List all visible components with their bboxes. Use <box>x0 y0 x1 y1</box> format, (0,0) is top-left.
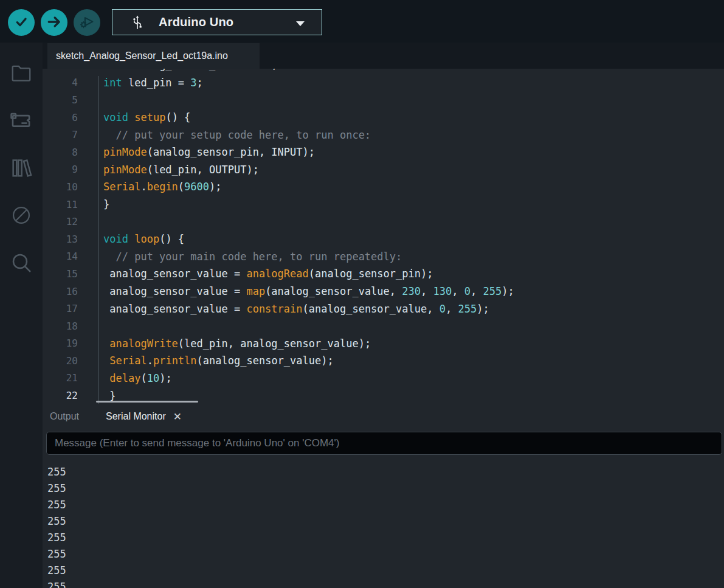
code-text: analog_sensor_value = map(analog_sensor_… <box>78 285 514 297</box>
indent-guide <box>98 76 99 404</box>
arduino-ide-window: Arduino Uno <box>0 0 724 588</box>
code-line[interactable]: 4int led_pin = 3; <box>43 74 724 92</box>
serial-output-line: 255 <box>47 513 724 530</box>
code-line[interactable]: 15 analog_sensor_value = analogRead(anal… <box>43 265 724 283</box>
tab-serial-monitor[interactable]: Serial Monitor ✕ <box>106 411 182 422</box>
debug-play-icon <box>78 13 96 33</box>
close-icon[interactable]: ✕ <box>173 412 182 422</box>
code-line[interactable]: 21 delay(10); <box>43 370 724 387</box>
sidebar-item-sketchbook[interactable] <box>0 50 43 97</box>
line-number[interactable]: 18 <box>43 320 78 332</box>
serial-output-line: 255 <box>47 464 724 480</box>
code-text: int led_pin = 3; <box>78 77 203 89</box>
tab-label: sketch_Analog_Sensor_Led_oct19a.ino <box>56 50 228 61</box>
code-lines: 3int analog_sensor_value = 0;4int led_pi… <box>43 69 724 404</box>
code-line[interactable]: 16 analog_sensor_value = map(analog_sens… <box>43 283 724 300</box>
code-text: Serial.println(analog_sensor_value); <box>78 355 334 367</box>
serial-output-line: 255 <box>47 579 724 588</box>
code-text: // put your main code here, to run repea… <box>78 251 402 263</box>
line-number[interactable]: 6 <box>43 112 78 123</box>
code-line[interactable]: 18 <box>43 317 724 335</box>
code-line[interactable]: 9pinMode(led_pin, OUTPUT); <box>43 161 724 179</box>
line-number[interactable]: 5 <box>43 94 78 106</box>
line-number[interactable]: 7 <box>43 129 78 140</box>
line-number[interactable]: 4 <box>43 77 78 88</box>
panel-tab-bar: Output Serial Monitor ✕ <box>43 404 182 429</box>
code-text: pinMode(analog_sensor_pin, INPUT); <box>78 146 315 158</box>
tab-serial-monitor-label: Serial Monitor <box>106 411 166 422</box>
code-text: // put your setup code here, to run once… <box>78 129 371 141</box>
toolbar: Arduino Uno <box>0 0 724 43</box>
code-line[interactable]: 14 // put your main code here, to run re… <box>43 248 724 266</box>
search-icon <box>9 251 33 277</box>
code-text: void setup() { <box>78 111 190 123</box>
line-number[interactable]: 16 <box>43 286 78 297</box>
sidebar-item-library-manager[interactable] <box>0 145 43 192</box>
code-line[interactable]: 7 // put your setup code here, to run on… <box>43 126 724 144</box>
serial-output[interactable]: 255255255255255255255255 <box>43 460 724 588</box>
debug-button[interactable] <box>74 9 100 36</box>
board-selector[interactable]: Arduino Uno <box>112 9 322 35</box>
sidebar-item-search[interactable] <box>0 240 43 287</box>
code-text: analog_sensor_value = analogRead(analog_… <box>78 268 433 280</box>
serial-output-line: 255 <box>47 546 724 562</box>
horizontal-scrollbar[interactable] <box>96 401 198 403</box>
check-icon <box>13 13 30 32</box>
code-text: delay(10); <box>78 372 172 384</box>
tab-output-label: Output <box>50 411 79 422</box>
verify-button[interactable] <box>8 9 35 36</box>
code-line[interactable]: 8pinMode(analog_sensor_pin, INPUT); <box>43 144 724 161</box>
code-text: analog_sensor_value = constrain(analog_s… <box>78 303 489 315</box>
line-number[interactable]: 8 <box>43 147 78 158</box>
tab-sketch[interactable]: sketch_Analog_Sensor_Led_oct19a.ino <box>47 43 260 69</box>
serial-output-line: 255 <box>47 497 724 513</box>
code-text: Serial.begin(9600); <box>78 181 222 193</box>
line-number[interactable]: 10 <box>43 181 78 193</box>
line-number[interactable]: 21 <box>43 372 78 384</box>
line-number[interactable]: 14 <box>43 251 78 262</box>
right-arrow-icon <box>46 13 63 32</box>
code-line[interactable]: 10Serial.begin(9600); <box>43 178 724 196</box>
upload-button[interactable] <box>41 9 67 36</box>
tab-bar: sketch_Analog_Sensor_Led_oct19a.ino <box>43 43 724 69</box>
books-icon <box>9 156 33 182</box>
line-number[interactable]: 9 <box>43 164 78 175</box>
code-text: int analog_sensor_value = 0; <box>78 69 278 71</box>
line-number[interactable]: 20 <box>43 355 78 367</box>
code-text: } <box>78 198 109 210</box>
serial-output-line: 255 <box>47 530 724 546</box>
line-number[interactable]: 22 <box>43 390 78 401</box>
code-line[interactable]: 13void loop() { <box>43 230 724 248</box>
code-line[interactable]: 12 <box>43 213 724 230</box>
code-line[interactable]: 3int analog_sensor_value = 0; <box>43 69 724 74</box>
code-text: } <box>78 390 115 402</box>
line-number[interactable]: 11 <box>43 199 78 210</box>
code-line[interactable]: 6void setup() { <box>43 109 724 126</box>
line-number[interactable]: 19 <box>43 337 78 349</box>
usb-icon <box>129 13 145 32</box>
sidebar-item-debug[interactable] <box>0 192 43 240</box>
bottom-panel: Output Serial Monitor ✕ 2552552552552552… <box>43 404 724 588</box>
circuit-board-icon <box>9 108 34 135</box>
line-number[interactable]: 13 <box>43 233 78 245</box>
code-line[interactable]: 11} <box>43 196 724 213</box>
circle-slash-icon <box>10 204 32 228</box>
line-number[interactable]: 17 <box>43 303 78 314</box>
code-text: void loop() { <box>78 233 184 245</box>
sidebar <box>0 43 43 588</box>
serial-output-line: 255 <box>47 562 724 579</box>
code-line[interactable]: 19 analogWrite(led_pin, analog_sensor_va… <box>43 335 724 353</box>
code-line[interactable]: 5 <box>43 91 724 109</box>
sidebar-item-boards-manager[interactable] <box>0 97 43 145</box>
code-line[interactable]: 17 analog_sensor_value = constrain(analo… <box>43 300 724 317</box>
code-text: pinMode(led_pin, OUTPUT); <box>78 164 259 176</box>
line-number[interactable]: 15 <box>43 268 78 280</box>
code-editor[interactable]: 3int analog_sensor_value = 0;4int led_pi… <box>43 69 724 404</box>
code-line[interactable]: 20 Serial.println(analog_sensor_value); <box>43 352 724 370</box>
line-number[interactable]: 12 <box>43 216 78 227</box>
serial-message-input[interactable] <box>46 432 722 455</box>
serial-output-line: 255 <box>47 480 724 497</box>
chevron-down-icon <box>296 21 305 26</box>
line-number[interactable]: 3 <box>43 69 78 71</box>
tab-output[interactable]: Output <box>50 411 79 422</box>
